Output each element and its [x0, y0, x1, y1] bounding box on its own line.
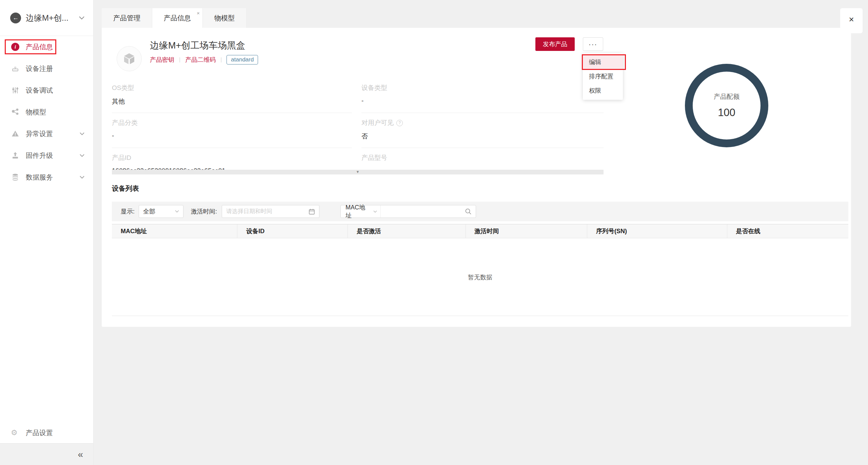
device-list-title: 设备列表 — [112, 184, 139, 193]
field-label: 产品型号 — [361, 153, 387, 162]
field-product-id: 产品ID 16086ac33e65200916086ac33e65ec01 — [112, 148, 352, 183]
show-filter-label: 显示: — [121, 207, 135, 216]
product-switcher[interactable]: ← 边缘M+创... — [0, 0, 93, 36]
tab-product-info[interactable]: 产品信息 × — [152, 8, 203, 28]
activation-time-picker[interactable] — [222, 205, 319, 218]
sidebar-item-product-settings[interactable]: ⚙ 产品设置 — [0, 422, 93, 443]
sidebar-item-firmware-upgrade[interactable]: 固件升级 — [0, 145, 93, 166]
sliders-icon — [11, 86, 20, 95]
product-title: 边缘M+创工场车场黑盒 — [150, 39, 245, 52]
more-actions-menu: 编辑 排序配置 权限 — [583, 53, 623, 100]
column-header-mac[interactable]: MAC地址 — [112, 224, 237, 238]
chevron-down-icon[interactable] — [79, 16, 84, 20]
collapse-sidebar-icon[interactable]: « — [78, 450, 83, 459]
device-table-header: MAC地址 设备ID 是否激活 激活时间 序列号(SN) 是否在线 — [112, 224, 848, 238]
menu-item-edit[interactable]: 编辑 — [583, 55, 623, 69]
sidebar: ← 边缘M+创... i 产品信息 设备注册 设备调试 物模型 — [0, 0, 94, 465]
back-arrow-icon[interactable]: ← — [10, 13, 21, 23]
publish-product-button[interactable]: 发布产品 — [535, 37, 575, 51]
cube-icon — [122, 52, 136, 66]
device-search-group: MAC地址 — [340, 205, 476, 218]
calendar-icon — [309, 208, 315, 215]
sidebar-item-label: 物模型 — [26, 108, 46, 117]
tab-label: 产品信息 — [164, 14, 191, 23]
sidebar-item-device-register[interactable]: 设备注册 — [0, 58, 93, 79]
tab-close-icon[interactable]: × — [197, 10, 200, 16]
device-table-empty-state: 暂无数据 — [112, 239, 848, 316]
column-header-serial[interactable]: 序列号(SN) — [587, 224, 727, 238]
field-user-visible: 对用户可见 ? 否 — [361, 113, 604, 148]
more-actions-button[interactable]: ··· — [583, 37, 603, 51]
tab-bar: 产品管理 产品信息 × 物模型 — [102, 8, 246, 28]
sidebar-item-label: 数据服务 — [26, 173, 53, 182]
sidebar-item-label: 固件升级 — [26, 151, 53, 160]
select-value: 全部 — [143, 207, 155, 216]
column-header-activation-time[interactable]: 激活时间 — [466, 224, 587, 238]
menu-item-sort-config[interactable]: 排序配置 — [583, 69, 623, 83]
sidebar-item-exception-settings[interactable]: 异常设置 — [0, 123, 93, 145]
product-secret-link[interactable]: 产品密钥 — [150, 56, 174, 64]
share-nodes-icon — [11, 108, 20, 116]
product-quota-gauge: 产品配额 100 — [685, 64, 768, 147]
link-separator: | — [179, 57, 180, 63]
tab-label: 物模型 — [214, 14, 235, 23]
chevron-down-icon[interactable] — [80, 176, 84, 179]
tab-label: 产品管理 — [113, 14, 140, 23]
activation-time-label: 激活时间: — [191, 207, 217, 216]
tab-product-management[interactable]: 产品管理 — [102, 8, 152, 28]
product-detail-panel: 边缘M+创工场车场黑盒 产品密钥 | 产品二维码 | atandard 发布产品… — [102, 28, 851, 327]
sidebar-item-label: 设备调试 — [26, 86, 53, 95]
search-input[interactable] — [380, 205, 461, 218]
date-input[interactable] — [226, 208, 309, 215]
warning-icon — [11, 129, 20, 138]
menu-item-label: 排序配置 — [589, 72, 613, 80]
product-links-row: 产品密钥 | 产品二维码 | atandard — [150, 55, 258, 64]
field-product-category: 产品分类 - — [112, 113, 352, 148]
field-product-model: 产品型号 - — [361, 148, 604, 183]
sidebar-item-thing-model[interactable]: 物模型 — [0, 101, 93, 123]
field-label: 产品分类 — [112, 118, 138, 127]
info-circle-icon: i — [11, 42, 20, 51]
caret-down-icon: ▼ — [356, 170, 360, 174]
annotation-rectangle — [582, 54, 626, 70]
sidebar-collapse-strip: « — [0, 443, 93, 465]
search-icon — [465, 208, 472, 215]
help-icon[interactable]: ? — [396, 120, 403, 126]
sidebar-nav: i 产品信息 设备注册 设备调试 物模型 异常设置 — [0, 36, 93, 188]
expand-fields-strip[interactable]: ▼ — [112, 170, 604, 174]
tab-thing-model[interactable]: 物模型 — [203, 8, 246, 28]
chevron-down-icon — [175, 210, 179, 213]
field-value: - — [361, 97, 604, 105]
sidebar-item-product-info[interactable]: i 产品信息 — [0, 36, 93, 58]
sidebar-item-label: 产品信息 — [26, 42, 53, 52]
panel-close-button[interactable]: × — [840, 8, 863, 33]
database-icon — [11, 173, 20, 182]
upload-icon — [11, 151, 20, 160]
device-list-filterbar: 显示: 全部 激活时间: MAC地址 — [112, 202, 848, 221]
field-label: OS类型 — [112, 83, 134, 92]
sidebar-item-label: 设备注册 — [26, 64, 53, 73]
search-button[interactable] — [461, 205, 476, 218]
column-header-online[interactable]: 是否在线 — [727, 224, 848, 238]
column-header-activated[interactable]: 是否激活 — [348, 224, 466, 238]
sidebar-item-label: 产品设置 — [26, 428, 53, 438]
chevron-down-icon[interactable] — [80, 154, 84, 157]
empty-text: 暂无数据 — [468, 273, 492, 281]
column-header-device-id[interactable]: 设备ID — [237, 224, 348, 238]
chevron-down-icon — [373, 210, 377, 213]
sidebar-item-data-service[interactable]: 数据服务 — [0, 166, 93, 188]
menu-item-permission[interactable]: 权限 — [583, 83, 623, 98]
field-label: 设备类型 — [361, 83, 387, 92]
product-switcher-label: 边缘M+创... — [26, 13, 79, 23]
field-value: 其他 — [112, 97, 352, 106]
menu-item-label: 编辑 — [589, 58, 601, 66]
product-qrcode-link[interactable]: 产品二维码 — [185, 56, 216, 64]
close-icon: × — [849, 14, 854, 25]
chevron-down-icon[interactable] — [80, 132, 84, 135]
sidebar-item-device-debug[interactable]: 设备调试 — [0, 79, 93, 101]
select-value: MAC地址 — [346, 203, 371, 220]
show-filter-select[interactable]: 全部 — [139, 205, 183, 218]
search-field-select[interactable]: MAC地址 — [341, 205, 380, 218]
gear-icon: ⚙ — [11, 428, 20, 437]
field-value: - — [112, 132, 352, 140]
